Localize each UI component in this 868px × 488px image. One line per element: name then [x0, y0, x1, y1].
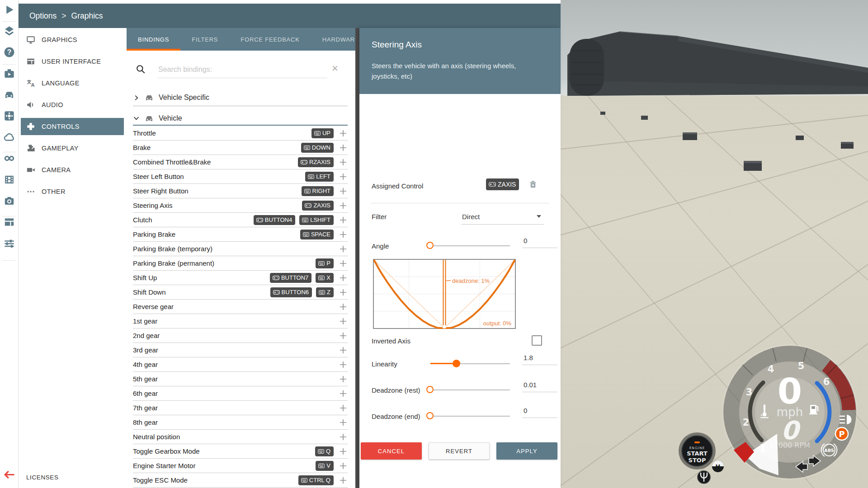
apply-button[interactable]: APPLY	[496, 442, 557, 460]
binding-row[interactable]: 4th gear	[133, 357, 348, 372]
add-binding-button[interactable]	[339, 216, 348, 225]
deadzone-rest-value-field[interactable]: 0.01	[524, 381, 537, 389]
add-binding-button[interactable]	[339, 129, 348, 138]
gamepad-binding-badge[interactable]: RZAXIS	[298, 157, 334, 167]
keyboard-binding-badge[interactable]: LEFT	[305, 172, 334, 182]
sidebar-item-user-interface[interactable]: USER INTERFACE	[18, 51, 127, 72]
add-binding-button[interactable]	[339, 461, 348, 470]
inverted-axis-checkbox[interactable]	[532, 335, 542, 346]
binding-row[interactable]: 2nd gear	[133, 328, 348, 343]
tab-bindings[interactable]: BINDINGS	[127, 28, 180, 51]
search-input[interactable]	[157, 61, 327, 78]
apps-icon[interactable]	[4, 216, 15, 228]
levels-icon[interactable]	[4, 25, 15, 37]
replay-icon[interactable]	[4, 174, 15, 185]
angle-slider-track[interactable]	[430, 245, 510, 246]
binding-row[interactable]: Parking Brake (temporary)	[133, 242, 348, 256]
binding-row[interactable]: Steering AxisZAXIS	[133, 198, 348, 213]
sidebar-item-language[interactable]: ALANGUAGE	[18, 72, 127, 94]
keyboard-binding-badge[interactable]: P	[316, 258, 334, 268]
binding-row[interactable]: Toggle ESC ModeCTRL Q	[133, 473, 348, 488]
deadzone-end-slider-handle[interactable]	[426, 412, 434, 419]
vehicles-icon[interactable]	[4, 89, 15, 100]
add-binding-button[interactable]	[339, 346, 348, 355]
back-icon[interactable]	[3, 469, 15, 481]
binding-row[interactable]: Neutral position	[133, 430, 348, 444]
keyboard-binding-badge[interactable]: Z	[316, 287, 334, 297]
binding-group-vehicle[interactable]: Vehicle	[133, 112, 348, 126]
add-binding-button[interactable]	[339, 375, 348, 384]
binding-row[interactable]: 8th gear	[133, 415, 348, 430]
deadzone-rest-slider-track[interactable]	[430, 389, 510, 390]
clear-search-icon[interactable]: ✕	[331, 63, 339, 74]
keyboard-binding-badge[interactable]: LSHIFT	[299, 215, 334, 225]
online-icon[interactable]	[4, 131, 15, 143]
revert-button[interactable]: REVERT	[429, 442, 490, 460]
add-binding-button[interactable]	[339, 476, 348, 485]
binding-row[interactable]: ClutchBUTTON4LSHIFT	[133, 213, 348, 227]
keyboard-binding-badge[interactable]: Q	[315, 446, 334, 456]
add-binding-button[interactable]	[339, 230, 348, 239]
keyboard-binding-badge[interactable]: DOWN	[301, 143, 334, 153]
deadzone-end-slider-track[interactable]	[430, 416, 510, 417]
delete-binding-icon[interactable]	[528, 180, 538, 189]
binding-row[interactable]: Parking Brake (permanent)P	[133, 256, 348, 271]
add-binding-button[interactable]	[339, 432, 348, 441]
play-icon[interactable]	[4, 4, 15, 15]
photo-mode-icon[interactable]	[4, 195, 15, 206]
add-binding-button[interactable]	[339, 158, 348, 167]
help-icon[interactable]: ?	[4, 47, 15, 58]
keyboard-binding-badge[interactable]: RIGHT	[302, 186, 334, 196]
add-binding-button[interactable]	[339, 302, 348, 311]
binding-row[interactable]: Steer Right ButtonRIGHT	[133, 184, 348, 198]
linearity-value-field[interactable]: 1.8	[524, 354, 533, 361]
deadzone-end-value-field[interactable]: 0	[524, 407, 527, 414]
add-binding-button[interactable]	[339, 259, 348, 268]
keyboard-binding-badge[interactable]: X	[316, 273, 334, 283]
binding-row[interactable]: 7th gear	[133, 401, 348, 415]
add-binding-button[interactable]	[339, 288, 348, 297]
binding-row[interactable]: Combined Throttle&BrakeRZAXIS	[133, 155, 348, 169]
keyboard-binding-badge[interactable]: V	[316, 461, 334, 471]
add-binding-button[interactable]	[339, 143, 348, 152]
linearity-slider-handle[interactable]	[453, 360, 460, 367]
sidebar-item-audio[interactable]: AUDIO	[18, 94, 127, 116]
tab-force-feedback[interactable]: FORCE FEEDBACK	[229, 28, 311, 51]
sidebar-item-graphics[interactable]: GRAPHICS	[18, 29, 127, 51]
sidebar-item-camera[interactable]: CAMERA	[18, 159, 127, 181]
add-binding-button[interactable]	[339, 360, 348, 369]
keyboard-binding-badge[interactable]: CTRL Q	[298, 475, 334, 485]
binding-row[interactable]: 6th gear	[133, 386, 348, 401]
add-binding-button[interactable]	[339, 201, 348, 210]
assigned-control-badge[interactable]: ZAXIS	[486, 178, 519, 190]
deadzone-rest-slider-handle[interactable]	[426, 386, 434, 393]
binding-row[interactable]: Steer Left ButtonLEFT	[133, 169, 348, 184]
tuning-icon[interactable]	[4, 238, 15, 249]
licenses-link[interactable]: LICENSES	[26, 474, 59, 481]
add-binding-button[interactable]	[339, 389, 348, 398]
binding-row[interactable]: Toggle Gearbox ModeQ	[133, 444, 348, 459]
cancel-button[interactable]: CANCEL	[361, 442, 422, 460]
binding-row[interactable]: 1st gear	[133, 314, 348, 328]
scenarios-icon[interactable]	[4, 68, 15, 79]
add-binding-button[interactable]	[339, 273, 348, 282]
add-binding-button[interactable]	[339, 317, 348, 326]
gamepad-binding-badge[interactable]: BUTTON4	[254, 215, 295, 225]
keyboard-binding-badge[interactable]: SPACE	[300, 230, 334, 239]
add-binding-button[interactable]	[339, 187, 348, 196]
sidebar-item-gameplay[interactable]: GAMEPLAY	[18, 137, 127, 159]
keyboard-binding-badge[interactable]: UP	[311, 128, 334, 138]
add-binding-button[interactable]	[339, 404, 348, 413]
gamepad-binding-badge[interactable]: BUTTON6	[270, 287, 312, 297]
gamepad-binding-badge[interactable]: ZAXIS	[302, 201, 334, 211]
add-binding-button[interactable]	[339, 331, 348, 340]
parts-icon[interactable]	[4, 110, 15, 122]
sidebar-item-controls[interactable]: CONTROLS	[21, 118, 124, 135]
binding-row[interactable]: ThrottleUP	[133, 126, 348, 141]
binding-row[interactable]: Shift DownBUTTON6Z	[133, 285, 348, 300]
binding-row[interactable]: Shift UpBUTTON7X	[133, 271, 348, 285]
gamepad-binding-badge[interactable]: BUTTON7	[270, 273, 311, 283]
freeroam-icon[interactable]	[4, 153, 15, 164]
add-binding-button[interactable]	[339, 447, 348, 456]
binding-row[interactable]: BrakeDOWN	[133, 141, 348, 155]
